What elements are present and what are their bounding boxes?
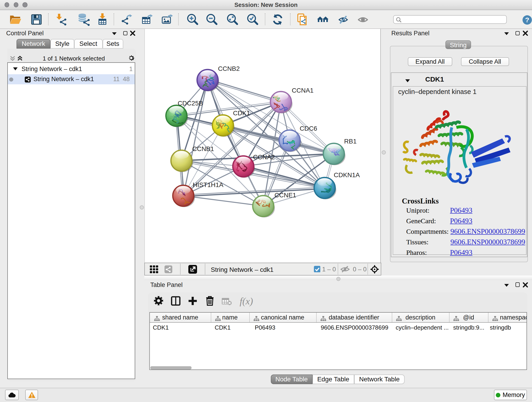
svg-text:?: ?: [525, 16, 529, 23]
svg-text:CDKN1A: CDKN1A: [334, 172, 360, 179]
svg-text:CCNA2: CCNA2: [253, 153, 275, 161]
svg-text:CCNE1: CCNE1: [274, 191, 296, 199]
svg-text:CCNA1: CCNA1: [292, 87, 314, 94]
svg-text:HIST1H1A: HIST1H1A: [193, 181, 223, 188]
svg-text:RB1: RB1: [344, 138, 356, 145]
svg-text:CCNB1: CCNB1: [192, 145, 214, 153]
svg-text:CDK1: CDK1: [233, 109, 250, 117]
svg-text:CDC6: CDC6: [300, 125, 317, 132]
svg-text:CDC25B: CDC25B: [177, 100, 203, 107]
svg-text:CCNB2: CCNB2: [218, 65, 240, 72]
